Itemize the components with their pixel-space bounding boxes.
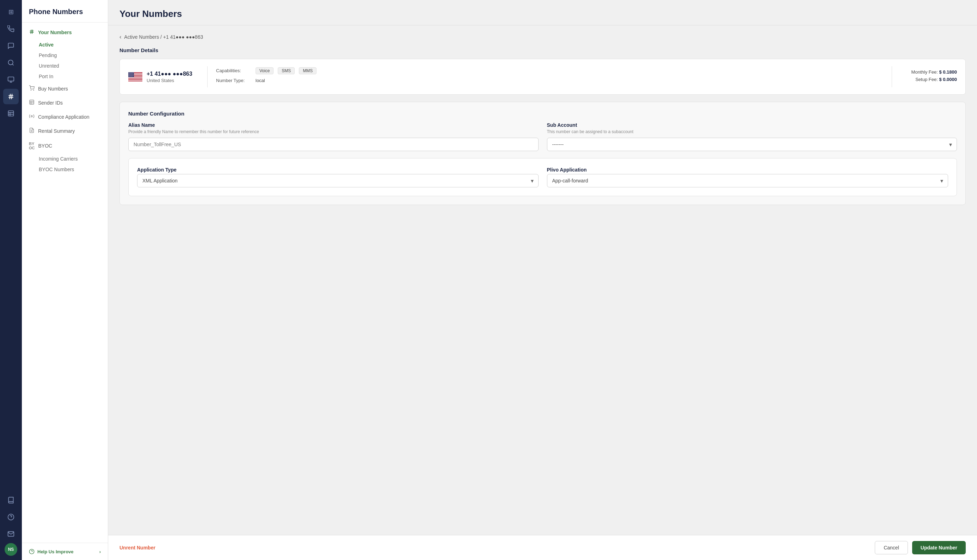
alias-name-hint: Provide a friendly Name to remember this…: [128, 129, 539, 134]
bottom-bar: Unrent Number Cancel Update Number: [108, 535, 977, 560]
your-numbers-label: Your Numbers: [38, 30, 72, 35]
action-buttons: Cancel Update Number: [875, 541, 966, 554]
phone-number: +1 41●●● ●●●863: [147, 71, 192, 77]
monthly-fee-label: Monthly Fee:: [912, 69, 938, 75]
nav-section-main: Your Numbers Active Pending Unrented Por…: [22, 23, 108, 178]
svg-point-25: [31, 115, 32, 117]
number-details-card: ★★★★★ ★★★★ ★★★★★ ★★★★ +1 41●●● ●●●863 Un…: [120, 59, 966, 95]
alias-name-label: Alias Name: [128, 122, 539, 128]
config-grid: Alias Name Provide a friendly Name to re…: [128, 122, 957, 151]
capability-mms: MMS: [299, 67, 317, 74]
help-improve-section[interactable]: Help Us Improve ›: [22, 543, 108, 560]
unrent-number-button[interactable]: Unrent Number: [120, 545, 155, 550]
number-details-title: Number Details: [120, 47, 966, 53]
nav-item-your-numbers[interactable]: Your Numbers: [22, 25, 108, 40]
update-number-button[interactable]: Update Number: [912, 541, 966, 554]
phone-number-block: +1 41●●● ●●●863 United States: [147, 71, 192, 83]
application-type-field: Application Type XML Application Plivo A…: [137, 167, 539, 187]
alias-name-input[interactable]: [128, 138, 539, 151]
table-nav-icon[interactable]: [3, 106, 19, 121]
your-numbers-icon: [29, 29, 35, 36]
nav-sub-port-in[interactable]: Port In: [22, 71, 108, 82]
flag-number-block: ★★★★★ ★★★★ ★★★★★ ★★★★ +1 41●●● ●●●863 Un…: [128, 71, 199, 83]
nav-item-buy-numbers[interactable]: Buy Numbers: [22, 82, 108, 96]
rental-summary-label: Rental Summary: [38, 128, 75, 134]
main-content: Your Numbers ‹ Active Numbers / +1 41●●●…: [108, 0, 977, 560]
chat-nav-icon[interactable]: [3, 38, 19, 53]
help-chevron-icon: ›: [99, 549, 101, 554]
svg-rect-21: [30, 100, 34, 104]
alias-name-field: Alias Name Provide a friendly Name to re…: [128, 122, 539, 151]
svg-rect-35: [128, 78, 142, 79]
nav-item-rental-summary[interactable]: Rental Summary: [22, 124, 108, 138]
svg-point-0: [8, 60, 13, 65]
app-type-section: Application Type XML Application Plivo A…: [128, 158, 957, 196]
details-divider-2: [892, 66, 892, 87]
breadcrumb-path: Active Numbers / +1 41●●● ●●●863: [124, 34, 203, 40]
svg-line-18: [32, 30, 32, 34]
app-type-grid: Application Type XML Application Plivo A…: [137, 167, 948, 187]
nav-sub-active[interactable]: Active: [22, 40, 108, 50]
number-type-value: local: [256, 78, 265, 83]
compliance-icon: [29, 113, 35, 120]
capability-voice: Voice: [256, 67, 274, 74]
country-name: United States: [147, 78, 192, 83]
svg-line-8: [12, 94, 12, 99]
application-type-label: Application Type: [137, 167, 539, 173]
compliance-label: Compliance Application: [38, 114, 90, 120]
plivo-application-label: Plivo Application: [547, 167, 949, 173]
sub-account-field: Sub Account This number can be assigned …: [547, 122, 957, 151]
setup-fee-row: Setup Fee: $ 0.0000: [900, 77, 957, 82]
icon-sidebar: ⊞ NS: [0, 0, 22, 560]
setup-fee-label: Setup Fee:: [915, 77, 938, 82]
plivo-application-select[interactable]: App-call-forward Default: [547, 174, 949, 187]
cancel-button[interactable]: Cancel: [875, 541, 908, 554]
fee-block: Monthly Fee: $ 0.1800 Setup Fee: $ 0.000…: [900, 69, 957, 84]
main-body: ‹ Active Numbers / +1 41●●● ●●●863 Numbe…: [108, 25, 977, 535]
monthly-fee-row: Monthly Fee: $ 0.1800: [900, 69, 957, 75]
page-title: Your Numbers: [120, 8, 966, 19]
nav-sub-byoc-numbers[interactable]: BYOC Numbers: [22, 164, 108, 175]
user-avatar[interactable]: NS: [5, 543, 17, 556]
sender-ids-icon: [29, 99, 35, 107]
nav-item-byoc[interactable]: BYOC BYOC: [22, 138, 108, 153]
sub-account-label: Sub Account: [547, 122, 957, 128]
number-type-label: Number Type:: [216, 78, 251, 83]
nav-sidebar: Phone Numbers Your Numbers Active Pendin…: [22, 0, 108, 560]
breadcrumb-back-icon[interactable]: ‹: [120, 34, 121, 40]
nav-sub-pending[interactable]: Pending: [22, 50, 108, 61]
sip-nav-icon[interactable]: [3, 72, 19, 87]
svg-rect-9: [8, 111, 14, 116]
svg-line-17: [31, 30, 31, 34]
buy-numbers-label: Buy Numbers: [38, 86, 68, 92]
mail-nav-icon[interactable]: [3, 526, 19, 542]
hash-nav-icon[interactable]: [3, 89, 19, 104]
svg-line-1: [12, 64, 14, 65]
sub-account-select-wrapper: -------: [547, 138, 957, 151]
nav-sub-unrented[interactable]: Unrented: [22, 61, 108, 71]
sub-account-hint: This number can be assigned to a subacco…: [547, 129, 957, 134]
book-nav-icon[interactable]: [3, 492, 19, 508]
help-nav-icon[interactable]: [3, 509, 19, 525]
capability-sms: SMS: [278, 67, 295, 74]
search-nav-icon[interactable]: [3, 55, 19, 70]
nav-item-compliance[interactable]: Compliance Application: [22, 110, 108, 124]
plivo-application-field: Plivo Application App-call-forward Defau…: [547, 167, 949, 187]
setup-fee-value: $ 0.0000: [939, 77, 957, 82]
capabilities-label: Capabilities:: [216, 68, 251, 73]
nav-item-sender-ids[interactable]: Sender IDs: [22, 96, 108, 110]
nav-sub-incoming-carriers[interactable]: Incoming Carriers: [22, 153, 108, 164]
us-flag-icon: ★★★★★ ★★★★ ★★★★★ ★★★★: [128, 72, 142, 82]
grid-nav-icon[interactable]: ⊞: [3, 4, 19, 20]
buy-numbers-icon: [29, 85, 35, 92]
application-type-select[interactable]: XML Application Plivo Application No App…: [137, 174, 539, 187]
phone-nav-icon[interactable]: [3, 21, 19, 37]
number-config-card: Number Configuration Alias Name Provide …: [120, 102, 966, 205]
svg-rect-36: [128, 80, 142, 81]
nav-sidebar-title: Phone Numbers: [22, 0, 108, 23]
byoc-icon: BYOC: [29, 142, 35, 150]
sub-account-select[interactable]: -------: [547, 138, 957, 151]
help-improve-label: Help Us Improve: [37, 549, 73, 554]
svg-line-7: [10, 94, 10, 99]
svg-rect-2: [8, 77, 14, 82]
